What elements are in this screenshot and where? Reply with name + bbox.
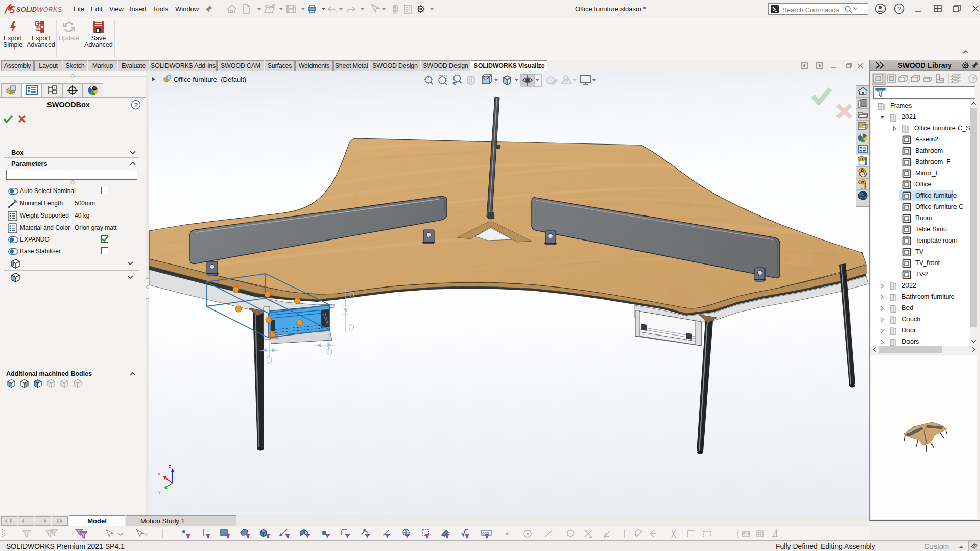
svg-text:?: ? (134, 102, 138, 109)
svg-text:?: ? (897, 5, 901, 13)
svg-text:x: x (158, 471, 160, 476)
svg-text:z: z (169, 463, 171, 469)
svg-text:y: y (158, 489, 161, 494)
svg-text:SOLIDWORKS: SOLIDWORKS (16, 6, 62, 13)
svg-text:?: ? (971, 76, 975, 83)
